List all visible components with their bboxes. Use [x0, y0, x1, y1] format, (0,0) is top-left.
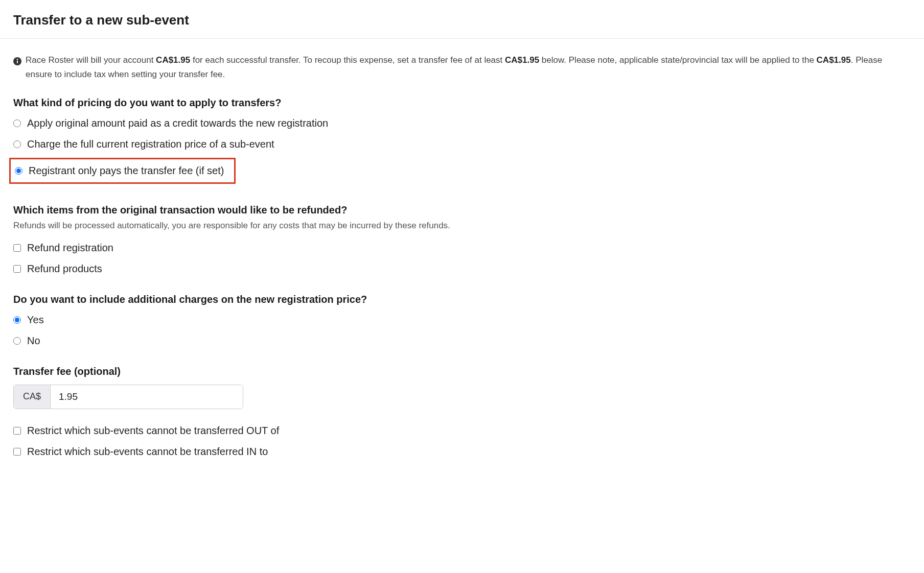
pricing-option-fee[interactable]: Registrant only pays the transfer fee (i…: [15, 163, 224, 178]
fee-section: Transfer fee (optional) CA$: [13, 366, 911, 409]
refund-products-label: Refund products: [27, 261, 102, 276]
additional-yes-radio[interactable]: [13, 316, 21, 324]
refund-subtitle: Refunds will be processed automatically,…: [13, 219, 911, 232]
additional-yes-label: Yes: [27, 313, 44, 327]
restrict-out-checkbox[interactable]: [13, 427, 21, 435]
additional-title: Do you want to include additional charge…: [13, 294, 911, 305]
pricing-section: What kind of pricing do you want to appl…: [13, 97, 911, 187]
svg-rect-1: [17, 61, 18, 64]
refund-title: Which items from the original transactio…: [13, 204, 911, 216]
additional-no-label: No: [27, 333, 40, 348]
pricing-radio-full[interactable]: [13, 140, 21, 148]
fee-input-group: CA$: [13, 385, 243, 409]
pricing-radio-fee[interactable]: [15, 167, 22, 175]
refund-registration-row[interactable]: Refund registration: [13, 241, 911, 255]
billing-notice-text: Race Roster will bill your account CA$1.…: [26, 53, 911, 82]
restrict-in-label: Restrict which sub-events cannot be tran…: [27, 444, 268, 459]
pricing-label-full: Charge the full current registration pri…: [27, 137, 274, 152]
billing-notice: Race Roster will bill your account CA$1.…: [13, 53, 911, 82]
pricing-label-credit: Apply original amount paid as a credit t…: [27, 116, 328, 131]
pricing-title: What kind of pricing do you want to appl…: [13, 97, 911, 109]
pricing-option-fee-highlight: Registrant only pays the transfer fee (i…: [9, 158, 236, 184]
info-icon: [13, 56, 21, 64]
refund-registration-checkbox[interactable]: [13, 244, 21, 252]
additional-section: Do you want to include additional charge…: [13, 294, 911, 348]
fee-title: Transfer fee (optional): [13, 366, 911, 377]
pricing-radio-credit[interactable]: [13, 120, 21, 127]
fee-currency-prefix: CA$: [14, 385, 51, 409]
additional-no-row[interactable]: No: [13, 333, 911, 348]
restrict-out-row[interactable]: Restrict which sub-events cannot be tran…: [13, 423, 911, 438]
restrict-in-row[interactable]: Restrict which sub-events cannot be tran…: [13, 444, 911, 459]
restrict-in-checkbox[interactable]: [13, 448, 21, 456]
restrict-out-label: Restrict which sub-events cannot be tran…: [27, 423, 279, 438]
refund-registration-label: Refund registration: [27, 241, 113, 255]
divider: [0, 38, 924, 39]
svg-point-2: [17, 59, 18, 60]
transfer-fee-input[interactable]: [51, 385, 243, 409]
additional-no-radio[interactable]: [13, 337, 21, 345]
refund-section: Which items from the original transactio…: [13, 204, 911, 276]
pricing-option-full[interactable]: Charge the full current registration pri…: [13, 137, 911, 152]
refund-products-row[interactable]: Refund products: [13, 261, 911, 276]
page-title: Transfer to a new sub-event: [13, 12, 911, 28]
refund-products-checkbox[interactable]: [13, 265, 21, 273]
pricing-option-credit[interactable]: Apply original amount paid as a credit t…: [13, 116, 911, 131]
pricing-label-fee: Registrant only pays the transfer fee (i…: [29, 163, 224, 178]
additional-yes-row[interactable]: Yes: [13, 313, 911, 327]
